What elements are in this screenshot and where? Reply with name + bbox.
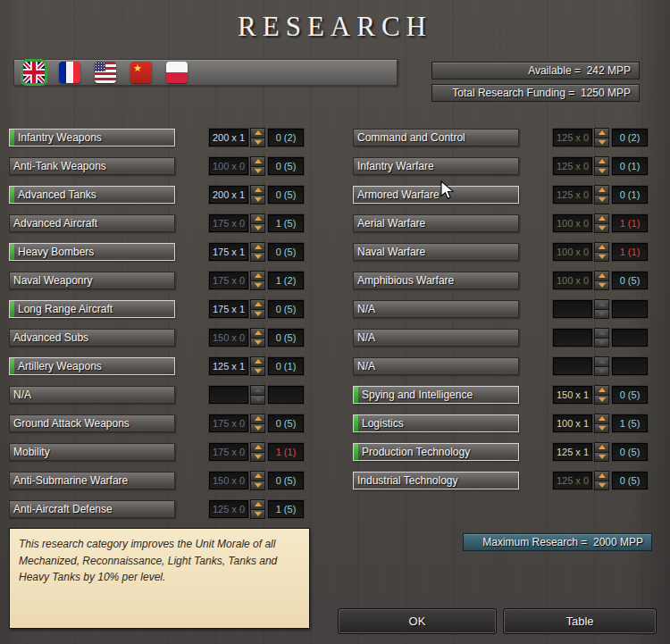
research-level-value: 1 (1) bbox=[612, 243, 648, 261]
up-arrow-icon bbox=[255, 130, 262, 135]
decrease-funding-button[interactable] bbox=[250, 366, 265, 377]
research-category-label: Production Technology bbox=[362, 444, 470, 460]
decrease-funding-button[interactable] bbox=[594, 280, 609, 291]
research-category-industrial-technology[interactable]: Industrial Technology bbox=[353, 472, 519, 489]
research-category-label: Armored Warfare bbox=[357, 187, 440, 203]
up-arrow-icon bbox=[255, 273, 262, 278]
research-category-armored-warfare[interactable]: Armored Warfare bbox=[353, 186, 519, 204]
decrease-funding-button[interactable] bbox=[594, 395, 609, 406]
research-category-command-and-control[interactable]: Command and Control bbox=[353, 129, 519, 146]
research-category-advanced-tanks[interactable]: Advanced Tanks bbox=[9, 186, 175, 204]
decrease-funding-button[interactable] bbox=[250, 252, 265, 263]
decrease-funding-button[interactable] bbox=[250, 338, 265, 348]
decrease-funding-button[interactable] bbox=[250, 166, 265, 177]
research-category-infantry-warfare[interactable]: Infantry Warfare bbox=[353, 157, 519, 175]
decrease-funding-button[interactable] bbox=[594, 423, 609, 434]
research-category-amphibious-warfare[interactable]: Amphibious Warfare bbox=[353, 272, 519, 289]
research-level-value: 0 (5) bbox=[268, 186, 304, 204]
decrease-funding-button[interactable] bbox=[594, 223, 609, 234]
flag-united-kingdom-icon[interactable] bbox=[23, 62, 45, 83]
down-arrow-icon bbox=[255, 197, 262, 202]
research-category-artillery-weapons[interactable]: Artillery Weapons bbox=[9, 357, 175, 375]
research-category-infantry-weapons[interactable]: Infantry Weapons bbox=[9, 129, 175, 146]
research-category-ground-attack-weapons[interactable]: Ground Attack Weapons bbox=[9, 414, 175, 432]
down-arrow-icon bbox=[255, 140, 262, 145]
research-category-label: Heavy Bombers bbox=[18, 244, 94, 260]
research-cost-value: 100 x 0 bbox=[553, 272, 592, 289]
research-category-heavy-bombers[interactable]: Heavy Bombers bbox=[9, 243, 175, 261]
flag-poland-icon[interactable] bbox=[166, 62, 188, 83]
research-category-label: Anti-Aircraft Defense bbox=[13, 501, 113, 517]
up-arrow-icon bbox=[599, 188, 606, 192]
decrease-funding-button[interactable] bbox=[594, 252, 609, 263]
research-category-logistics[interactable]: Logistics bbox=[353, 414, 519, 432]
up-arrow-icon bbox=[599, 445, 606, 449]
funding-spinner bbox=[250, 128, 265, 147]
research-category-naval-weaponry[interactable]: Naval Weaponry bbox=[9, 272, 175, 289]
decrease-funding-button[interactable] bbox=[250, 423, 265, 434]
research-category-anti-aircraft-defense[interactable]: Anti-Aircraft Defense bbox=[9, 500, 175, 518]
research-row: Heavy Bombers175 x 10 (5) bbox=[9, 243, 304, 261]
research-category-aerial-warfare[interactable]: Aerial Warfare bbox=[353, 214, 519, 232]
down-arrow-icon bbox=[599, 426, 606, 431]
funding-active-indicator bbox=[10, 130, 14, 146]
research-cost-value: 125 x 0 bbox=[553, 472, 592, 489]
ok-button[interactable]: OK bbox=[338, 608, 497, 634]
decrease-funding-button[interactable] bbox=[250, 223, 265, 234]
funding-spinner bbox=[594, 471, 609, 490]
research-category-production-technology[interactable]: Production Technology bbox=[353, 443, 519, 461]
decrease-funding-button[interactable] bbox=[594, 166, 609, 177]
funding-spinner bbox=[594, 414, 609, 433]
research-category-n-a[interactable]: N/A bbox=[353, 357, 519, 375]
funding-spinner bbox=[250, 185, 265, 205]
flag-united-states-icon[interactable] bbox=[95, 62, 116, 83]
research-category-n-a[interactable]: N/A bbox=[353, 300, 519, 318]
research-category-n-a[interactable]: N/A bbox=[9, 386, 175, 404]
down-arrow-icon bbox=[255, 512, 262, 516]
down-arrow-icon bbox=[599, 397, 606, 402]
decrease-funding-button[interactable] bbox=[250, 309, 265, 320]
decrease-funding-button[interactable] bbox=[250, 509, 265, 520]
down-arrow-icon bbox=[255, 255, 262, 259]
decrease-funding-button[interactable] bbox=[594, 195, 609, 205]
research-category-long-range-aircraft[interactable]: Long Range Aircraft bbox=[9, 300, 175, 318]
funding-spinner bbox=[594, 271, 609, 290]
research-category-anti-submarine-warfare[interactable]: Anti-Submarine Warfare bbox=[9, 472, 175, 489]
table-button[interactable]: Table bbox=[503, 608, 657, 634]
decrease-funding-button[interactable] bbox=[250, 452, 265, 463]
maximum-research-value: Maximum Research = 2000 MPP bbox=[482, 536, 643, 548]
research-row: Naval Warfare100 x 01 (1) bbox=[353, 243, 648, 261]
decrease-funding-button[interactable] bbox=[594, 481, 609, 491]
funding-active-indicator bbox=[354, 444, 358, 460]
funding-spinner bbox=[594, 356, 609, 376]
soviet-star-icon: ★ bbox=[133, 63, 142, 73]
research-category-advanced-subs[interactable]: Advanced Subs bbox=[9, 329, 175, 347]
funding-spinner bbox=[594, 442, 609, 462]
down-arrow-icon bbox=[255, 426, 262, 431]
research-category-mobility[interactable]: Mobility bbox=[9, 443, 175, 461]
decrease-funding-button[interactable] bbox=[250, 138, 265, 148]
research-category-advanced-aircraft[interactable]: Advanced Aircraft bbox=[9, 214, 175, 232]
research-category-anti-tank-weapons[interactable]: Anti-Tank Weapons bbox=[9, 157, 175, 175]
down-arrow-icon bbox=[255, 169, 262, 173]
research-category-spying-and-intelligence[interactable]: Spying and Intelligence bbox=[353, 386, 519, 404]
research-category-label: Advanced Aircraft bbox=[13, 215, 97, 231]
page-title: RESEARCH bbox=[0, 11, 670, 43]
funding-spinner bbox=[250, 356, 265, 376]
research-category-naval-warfare[interactable]: Naval Warfare bbox=[353, 243, 519, 261]
flag-soviet-union-icon[interactable]: ★ bbox=[130, 62, 152, 83]
decrease-funding-button[interactable] bbox=[250, 195, 265, 205]
decrease-funding-button[interactable] bbox=[250, 481, 265, 491]
decrease-funding-button[interactable] bbox=[594, 452, 609, 463]
research-category-n-a[interactable]: N/A bbox=[353, 329, 519, 347]
decrease-funding-button[interactable] bbox=[250, 280, 265, 291]
research-category-label: Advanced Tanks bbox=[18, 187, 96, 203]
research-row: Naval Weaponry175 x 01 (2) bbox=[9, 272, 304, 289]
research-level-value bbox=[612, 329, 648, 347]
down-arrow-icon bbox=[255, 312, 262, 316]
down-arrow-icon bbox=[599, 483, 606, 488]
flag-france-icon[interactable] bbox=[59, 62, 80, 83]
research-cost-value: 200 x 1 bbox=[209, 186, 248, 204]
funding-active-indicator bbox=[10, 244, 14, 260]
decrease-funding-button[interactable] bbox=[594, 138, 609, 148]
